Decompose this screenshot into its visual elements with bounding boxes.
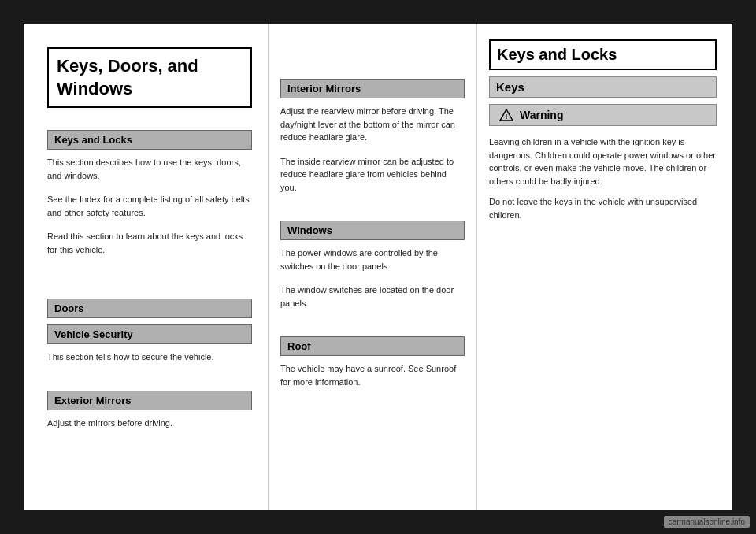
warning-triangle-icon: ! (499, 109, 513, 121)
mid-body-text-5: The vehicle may have a sunroof. See Sunr… (280, 362, 465, 388)
left-body-text-3: Read this section to learn about the key… (47, 230, 252, 256)
left-body-text-5: Adjust the mirrors before driving. (47, 417, 252, 430)
right-body-text-2: Do not leave the keys in the vehicle wit… (489, 195, 717, 221)
svg-text:!: ! (506, 113, 508, 121)
exterior-mirrors-header: Exterior Mirrors (47, 391, 252, 410)
right-column: Keys and Locks Keys ! Warning Leaving ch… (476, 24, 732, 510)
main-title: Keys, Doors, and Windows (47, 47, 252, 108)
warning-label: Warning (520, 109, 563, 121)
left-body-text-1: This section describes how to use the ke… (47, 156, 252, 182)
left-body-text-2: See the Index for a complete listing of … (47, 193, 252, 219)
right-sub-title: Keys (489, 76, 717, 98)
interior-mirrors-header: Interior Mirrors (280, 79, 465, 98)
watermark: carmanualsonline.info (664, 516, 750, 528)
left-body-text-4: This section tells how to secure the veh… (47, 350, 252, 364)
main-content: Keys, Doors, and Windows Keys and Locks … (24, 24, 732, 510)
right-body-text-1: Leaving children in a vehicle with the i… (489, 135, 717, 187)
mid-column: Interior Mirrors Adjust the rearview mir… (268, 24, 476, 510)
left-column: Keys, Doors, and Windows Keys and Locks … (24, 24, 268, 510)
mid-body-text-1: Adjust the rearview mirror before drivin… (280, 105, 465, 144)
mid-body-text-4: The window switches are located on the d… (280, 284, 465, 310)
roof-header: Roof (280, 336, 465, 356)
windows-header: Windows (280, 221, 465, 240)
right-main-title: Keys and Locks (489, 39, 717, 70)
warning-box: ! Warning (489, 104, 717, 126)
keys-locks-header-left: Keys and Locks (47, 130, 252, 150)
vehicle-security-header: Vehicle Security (47, 324, 252, 344)
mid-body-text-2: The inside rearview mirror can be adjust… (280, 155, 465, 195)
doors-header: Doors (47, 299, 252, 318)
mid-body-text-3: The power windows are controlled by the … (280, 247, 465, 273)
